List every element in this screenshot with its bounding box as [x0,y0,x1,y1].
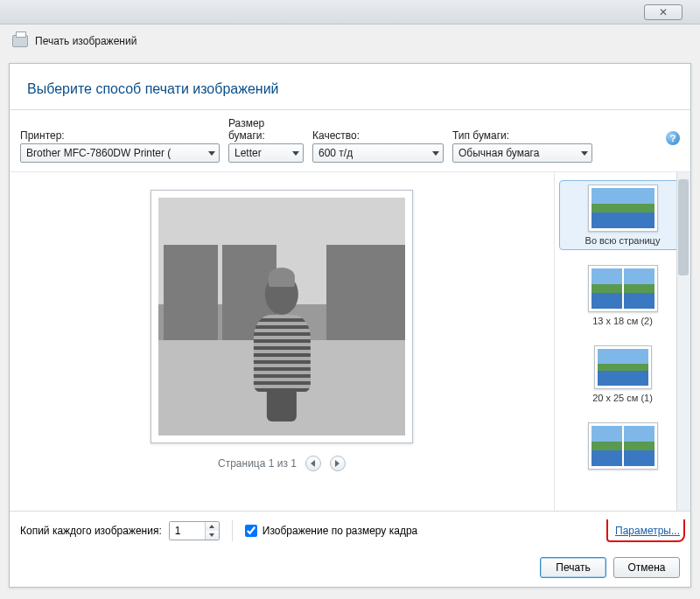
scrollbar-thumb[interactable] [678,179,689,275]
paper-size-combo[interactable]: Letter [228,143,304,163]
printer-icon [12,35,28,47]
chevron-up-icon [209,525,214,528]
layout-label: 13 x 18 см (2) [592,316,653,326]
preview-pane: Страница 1 из 1 [10,172,554,511]
paper-type-value: Обычная бумага [458,147,539,159]
close-icon: ✕ [659,6,668,18]
chevron-down-icon [208,151,215,156]
copies-increase[interactable] [206,522,219,531]
chevron-down-icon [581,151,588,156]
quality-label: Качество: [312,129,444,142]
printer-group: Принтер: Brother MFC-7860DW Printer ( [20,129,220,163]
fit-frame-group[interactable]: Изображение по размеру кадра [245,525,417,537]
paper-size-label: Размер бумаги: [228,117,304,142]
chevron-down-icon [292,151,299,156]
layout-label: 20 x 25 см (1) [592,393,653,403]
help-button[interactable]: ? [666,131,680,145]
paper-type-label: Тип бумаги: [452,129,592,142]
print-pictures-dialog: Выберите способ печати изображений Принт… [9,63,691,588]
button-bar: Печать Отмена [10,550,690,587]
dialog-title: Печать изображений [35,35,136,47]
scrollbar[interactable] [676,172,690,511]
paper-size-value: Letter [234,147,262,159]
paper-type-combo[interactable]: Обычная бумага [452,143,592,163]
next-page-button[interactable] [330,456,346,471]
dialog-title-row: Печать изображений [12,35,136,47]
copies-input[interactable] [170,522,205,540]
chevron-left-icon [311,460,315,467]
fit-frame-checkbox[interactable] [245,525,257,537]
printer-value: Brother MFC-7860DW Printer ( [26,147,171,159]
printer-combo[interactable]: Brother MFC-7860DW Printer ( [20,143,220,163]
page-navigation: Страница 1 из 1 [218,456,346,471]
cancel-button[interactable]: Отмена [613,557,680,578]
paper-size-group: Размер бумаги: Letter [228,117,304,163]
layout-thumb [588,422,658,470]
dialog-heading: Выберите способ печати изображений [27,81,673,97]
chevron-down-icon [209,533,214,537]
copies-group: Копий каждого изображения: [20,521,220,540]
prev-page-button[interactable] [305,456,321,471]
preview-image [158,198,405,435]
copies-spinner[interactable] [169,521,220,540]
quality-value: 600 т/д [318,147,353,159]
layout-thumb [588,265,658,312]
chevron-down-icon [432,151,439,156]
chevron-right-icon [335,460,340,467]
layout-13x18[interactable]: 13 x 18 см (2) [560,261,685,330]
quality-group: Качество: 600 т/д [312,129,444,163]
options-link-text: Параметры... [615,525,680,537]
layouts-pane[interactable]: Во всю страницу 13 x 18 см (2) 20 x 25 с… [554,172,690,511]
help-icon: ? [670,133,676,143]
paper-type-group: Тип бумаги: Обычная бумага [452,129,592,163]
printer-label: Принтер: [20,129,220,142]
layout-20x25[interactable]: 20 x 25 см (1) [560,342,685,407]
parent-close-button[interactable]: ✕ [644,4,682,20]
fit-frame-label: Изображение по размеру кадра [262,525,417,537]
parent-window-titlebar: ✕ [0,0,700,24]
preview-page [150,190,413,443]
quality-combo[interactable]: 600 т/д [312,143,444,163]
layout-full-page[interactable]: Во всю страницу [560,181,685,249]
page-indicator: Страница 1 из 1 [218,457,297,470]
layout-label: Во всю страницу [585,235,661,246]
separator [232,520,233,541]
copies-decrease[interactable] [206,531,219,540]
layout-thumb [588,185,658,232]
layout-thumb [594,345,652,389]
main-area: Страница 1 из 1 Во всю страницу 13 x 18 … [10,172,690,511]
dialog-header: Выберите способ печати изображений [10,64,690,110]
dialog-footer: Копий каждого изображения: Изображение п… [10,511,690,550]
print-button[interactable]: Печать [540,557,606,578]
copies-label: Копий каждого изображения: [20,525,162,537]
print-options-row: Принтер: Brother MFC-7860DW Printer ( Ра… [10,110,690,172]
options-link[interactable]: Параметры... [615,525,680,537]
layout-next[interactable] [560,419,685,477]
